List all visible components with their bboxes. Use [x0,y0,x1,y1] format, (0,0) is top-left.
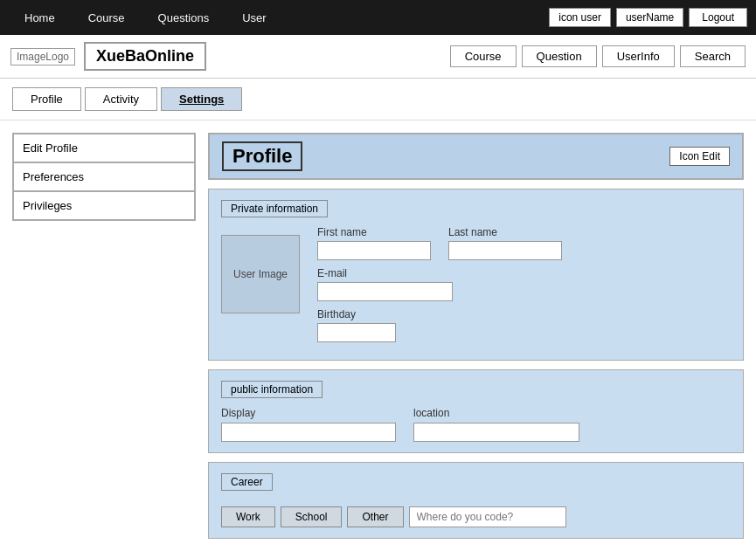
display-label: Display [221,407,396,419]
profile-title: Profile [222,141,302,171]
work-button[interactable]: Work [221,506,275,527]
top-nav-links: Home Course Questions User [9,4,282,31]
last-name-input[interactable] [448,241,562,260]
second-nav-links: Course Question UserInfo Search [450,45,746,67]
last-name-label: Last name [448,226,562,238]
other-button[interactable]: Other [347,506,403,527]
site-name: XueBaOnline [84,42,206,71]
nav-userinfo-btn[interactable]: UserInfo [602,45,675,67]
logout-button[interactable]: Logout [689,8,747,27]
first-name-input[interactable] [317,241,431,260]
public-info-section: public information Display location [208,369,744,453]
birthday-label: Birthday [317,308,396,320]
icon-edit-button[interactable]: Icon Edit [669,147,730,166]
private-fields-group: First name Last name E-mail [317,226,731,349]
school-button[interactable]: School [281,506,343,527]
tab-profile[interactable]: Profile [12,87,81,111]
user-image-box: User Image [221,235,300,313]
tab-settings[interactable]: Settings [161,87,242,111]
nav-user[interactable]: User [226,4,281,31]
first-name-label: First name [317,226,431,238]
first-name-col: First name [317,226,431,260]
top-nav-right: icon user userName Logout [549,8,747,27]
display-field: Display [221,407,396,442]
tab-bar: Profile Activity Settings [0,79,756,121]
sidebar-item-preferences[interactable]: Preferences [13,162,195,191]
email-col: E-mail [317,267,453,301]
public-info-label: public information [221,381,323,398]
nav-questions[interactable]: Questions [142,4,225,31]
right-panel: Profile Icon Edit Private information Us… [208,133,744,539]
birthday-input[interactable] [317,323,396,342]
display-input[interactable] [221,423,396,442]
username-display: userName [616,8,683,27]
sidebar: Edit Profile Preferences Privileges [12,133,196,221]
sidebar-item-edit-profile[interactable]: Edit Profile [13,134,195,162]
career-section: Career Work School Other [208,462,744,539]
public-fields: Display location [221,407,731,442]
nav-home[interactable]: Home [9,4,71,31]
private-info-section: Private information User Image First nam… [208,189,744,361]
email-row: E-mail [317,267,731,301]
second-navbar: ImageLogo XueBaOnline Course Question Us… [0,35,756,79]
birthday-row: Birthday [317,308,731,342]
location-label: location [413,407,579,419]
tab-activity[interactable]: Activity [85,87,157,111]
sidebar-item-privileges[interactable]: Privileges [13,191,195,220]
location-input[interactable] [413,423,579,442]
private-info-inner: User Image First name Last name [221,226,731,349]
birthday-col: Birthday [317,308,396,342]
last-name-col: Last name [448,226,562,260]
logo-box: ImageLogo [10,48,75,65]
nav-question-btn[interactable]: Question [522,45,597,67]
location-field: location [413,407,579,442]
career-buttons: Work School Other [221,506,731,527]
code-location-input[interactable] [409,506,566,527]
nav-course[interactable]: Course [73,4,141,31]
top-navbar: Home Course Questions User icon user use… [0,0,756,35]
name-row: First name Last name [317,226,731,260]
main-content: Edit Profile Preferences Privileges Prof… [0,121,756,544]
email-label: E-mail [317,267,453,279]
private-info-label: Private information [221,200,328,217]
icon-user-box: icon user [549,8,611,27]
career-label: Career [221,473,273,491]
nav-search-btn[interactable]: Search [680,45,746,67]
nav-course-btn[interactable]: Course [450,45,517,67]
email-input[interactable] [317,282,453,301]
profile-header: Profile Icon Edit [208,133,744,180]
